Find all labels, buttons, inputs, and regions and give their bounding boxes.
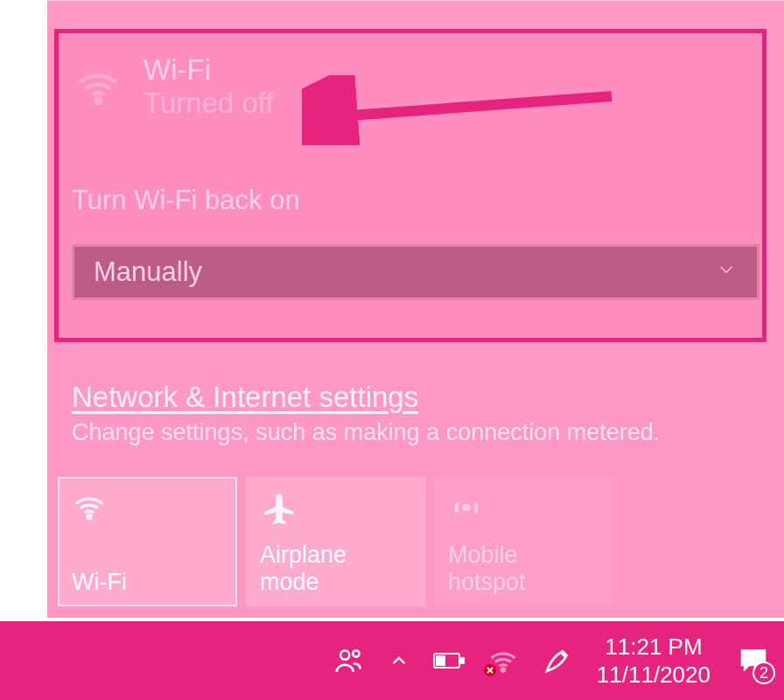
svg-point-1 xyxy=(88,515,91,519)
pen-icon[interactable] xyxy=(530,621,584,700)
tile-wifi[interactable]: Wi-Fi xyxy=(58,477,237,606)
tile-label: Wi-Fi xyxy=(72,569,223,596)
svg-rect-7 xyxy=(461,658,464,663)
tile-label: Airplane mode xyxy=(260,542,411,596)
svg-point-0 xyxy=(95,99,101,104)
tile-label: Mobile hotspot xyxy=(448,542,599,596)
svg-point-5 xyxy=(353,650,359,656)
network-flyout: Wi-Fi Turned off Turn Wi-Fi back on Manu… xyxy=(47,0,784,618)
wifi-icon xyxy=(72,60,124,113)
hotspot-icon xyxy=(448,489,599,524)
tile-airplane-mode[interactable]: Airplane mode xyxy=(246,477,425,606)
chevron-down-icon xyxy=(715,256,738,288)
airplane-icon xyxy=(260,489,411,524)
people-icon[interactable] xyxy=(322,621,376,700)
network-settings-link[interactable]: Network & Internet settings xyxy=(72,381,772,414)
taskbar-clock[interactable]: 11:21 PM 11/11/2020 xyxy=(584,633,723,690)
wifi-title: Wi-Fi xyxy=(144,53,274,87)
settings-section: Network & Internet settings Change setti… xyxy=(72,381,772,446)
svg-point-9 xyxy=(501,668,505,672)
wifi-status: Turned off xyxy=(144,87,274,120)
turn-back-on-dropdown[interactable]: Manually xyxy=(72,244,760,300)
svg-point-4 xyxy=(340,651,349,660)
turn-back-on-label: Turn Wi-Fi back on xyxy=(72,185,300,216)
quick-action-tiles: Wi-Fi Airplane mode Mobile hotspot xyxy=(58,477,613,606)
wifi-icon xyxy=(72,489,223,524)
wifi-status-header[interactable]: Wi-Fi Turned off xyxy=(72,53,274,120)
notification-count-badge: 2 xyxy=(752,662,775,684)
dropdown-value: Manually xyxy=(94,256,202,288)
taskbar-time: 11:21 PM xyxy=(597,633,710,662)
tray-expand-icon[interactable] xyxy=(376,621,422,700)
action-center-icon[interactable]: 2 xyxy=(723,621,784,700)
taskbar-date: 11/11/2020 xyxy=(597,661,710,690)
network-icon[interactable] xyxy=(476,621,530,700)
network-settings-description: Change settings, such as making a connec… xyxy=(72,419,772,446)
battery-icon[interactable] xyxy=(422,621,476,700)
error-badge-icon xyxy=(483,663,497,677)
tile-mobile-hotspot[interactable]: Mobile hotspot xyxy=(434,477,613,606)
taskbar: 11:21 PM 11/11/2020 2 xyxy=(0,621,784,700)
svg-point-2 xyxy=(464,505,469,510)
svg-rect-8 xyxy=(437,656,444,665)
